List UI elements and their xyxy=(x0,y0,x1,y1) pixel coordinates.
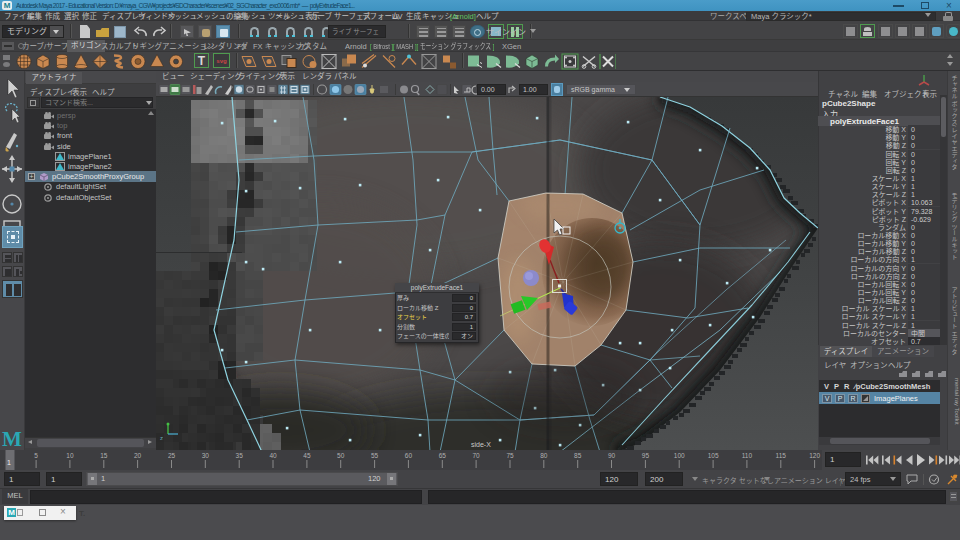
svg-text:z: z xyxy=(160,435,163,441)
svg-text:1: 1 xyxy=(7,459,11,466)
svg-text:50: 50 xyxy=(337,452,345,459)
svg-text:55: 55 xyxy=(371,452,379,459)
svg-text:115: 115 xyxy=(776,452,787,459)
svg-text:70: 70 xyxy=(472,452,480,459)
svg-text:65: 65 xyxy=(439,452,447,459)
svg-text:105: 105 xyxy=(708,452,719,459)
svg-text:40: 40 xyxy=(269,452,277,459)
svg-text:20: 20 xyxy=(134,452,142,459)
svg-text:45: 45 xyxy=(303,452,311,459)
svg-text:110: 110 xyxy=(742,452,753,459)
svg-text:95: 95 xyxy=(642,452,650,459)
svg-text:25: 25 xyxy=(168,452,176,459)
svg-text:5: 5 xyxy=(34,452,38,459)
svg-text:75: 75 xyxy=(506,452,514,459)
svg-text:10: 10 xyxy=(66,452,74,459)
svg-text:85: 85 xyxy=(574,452,582,459)
svg-text:35: 35 xyxy=(236,452,244,459)
svg-text:60: 60 xyxy=(405,452,413,459)
svg-text:100: 100 xyxy=(674,452,685,459)
svg-text:15: 15 xyxy=(100,452,108,459)
svg-text:30: 30 xyxy=(202,452,210,459)
svg-text:80: 80 xyxy=(540,452,548,459)
svg-text:120: 120 xyxy=(809,452,820,459)
svg-text:90: 90 xyxy=(608,452,616,459)
